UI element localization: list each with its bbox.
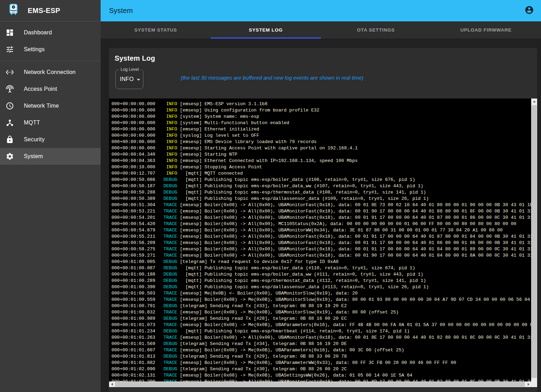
log-line: 000+00:01:01.882 TRACE [emsesp] Boiler(0…	[111, 360, 537, 366]
log-line: 000+00:01:00.289 DEBUG [mqtt] Publishing…	[111, 278, 537, 284]
log-line: 000+00:00:50.187 DEBUG [mqtt] Publishing…	[111, 183, 537, 189]
scrollbar-corner	[531, 381, 537, 387]
scroll-right-button[interactable]	[526, 381, 531, 387]
log-line: 000+00:01:01.263 TRACE [emsesp] Boiler(0…	[111, 334, 537, 341]
log-line: 000+00:00:00.000 INFO [emsesp] Using con…	[111, 107, 537, 114]
log-line: 000+00:00:00.000 INFO [emsesp] EMS Devic…	[111, 139, 537, 145]
log-line: 000+00:00:00.000 INFO [system] Multi-fun…	[111, 120, 537, 126]
sidebar: EMS-ESP DashboardSettingsNetwork Connect…	[0, 0, 101, 392]
tab-label: UPLOAD FIRMWARE	[460, 27, 512, 33]
sidebar-item-mqtt[interactable]: MQTT	[0, 114, 101, 131]
tab-label: SYSTEM STATUS	[134, 27, 177, 33]
dashboard-icon	[6, 28, 14, 37]
tab-bar: SYSTEM STATUSSYSTEM LOGOTA SETTINGSUPLOA…	[101, 21, 541, 39]
page-title: System	[109, 7, 133, 15]
log-line: 000+00:00:00.000 INFO [syslog] Log level…	[111, 133, 537, 139]
sidebar-item-label: Security	[24, 136, 45, 143]
sidebar-group: DashboardSettings	[0, 21, 101, 61]
log-line: 000+00:00:50.389 DEBUG [mqtt] Publishing…	[111, 196, 537, 202]
horizontal-scrollbar[interactable]	[109, 381, 531, 387]
scroll-right-icon	[528, 383, 529, 386]
log-line: 000+00:00:56.209 TRACE [emsesp] Boiler(0…	[111, 240, 537, 246]
account-button[interactable]	[522, 4, 536, 18]
antenna-icon	[6, 85, 14, 93]
page: System SYSTEM STATUSSYSTEM LOGOTA SETTIN…	[0, 0, 541, 392]
log-line: 000+00:01:00.503 TRACE [emsesp] Me(0x0B)…	[111, 290, 537, 297]
sidebar-item-network-connection[interactable]: Network Connection	[0, 64, 101, 81]
log-line: 000+00:01:01.569 DEBUG [telegram] Sendin…	[111, 341, 537, 347]
log-line: 000+00:00:04.363 INFO [emsesp] Ethernet …	[111, 158, 537, 164]
log-line: 000+00:00:12.707 INFO [mqtt] MQTT connec…	[111, 170, 537, 177]
log-lines: 000+00:00:00.000 INFO [emsesp] EMS-ESP v…	[111, 101, 537, 385]
sidebar-item-label: MQTT	[24, 120, 40, 126]
sidebar-item-label: Network Connection	[24, 69, 76, 75]
card-title: System Log	[115, 54, 155, 62]
tab-upload-firmware[interactable]: UPLOAD FIRMWARE	[431, 21, 541, 39]
log-line: 000+00:01:01.234 DEBUG [mqtt] Publishing…	[111, 328, 537, 334]
sidebar-header: EMS-ESP	[0, 0, 101, 21]
scroll-up-button[interactable]	[531, 99, 537, 104]
log-line: 000+00:01:02.090 DEBUG [telegram] Sendin…	[111, 366, 537, 372]
log-line: 000+00:00:54.201 TRACE [emsesp] Boiler(0…	[111, 215, 537, 221]
gear-icon	[6, 152, 14, 161]
log-line: 000+00:00:00.000 INFO [system] System na…	[111, 114, 537, 120]
log-line: 000+00:00:10.000 INFO [emsesp] Stopping …	[111, 164, 537, 170]
tab-label: SYSTEM LOG	[249, 27, 283, 33]
log-level-value: INFO	[120, 76, 134, 82]
sidebar-item-label: Dashboard	[24, 29, 52, 36]
log-line: 000+00:01:01.073 TRACE [emsesp] Boiler(0…	[111, 322, 537, 328]
sidebar-item-system[interactable]: System	[0, 148, 101, 165]
sidebar-item-access-point[interactable]: Access Point	[0, 81, 101, 97]
sidebar-item-label: Settings	[24, 46, 45, 53]
sidebar-item-dashboard[interactable]: Dashboard	[0, 24, 101, 41]
sidebar-item-settings[interactable]: Settings	[0, 41, 101, 58]
active-tab-indicator	[211, 38, 321, 39]
vertical-scrollbar[interactable]	[531, 99, 537, 381]
log-line: 000+00:00:54.420 TRACE [emsesp] Boiler(0…	[111, 221, 537, 227]
log-line: 000+00:01:00.087 DEBUG [mqtt] Publishing…	[111, 265, 537, 271]
tab-system-log[interactable]: SYSTEM LOG	[211, 21, 321, 39]
clock-icon	[6, 102, 14, 110]
log-line: 000+00:00:00.000 INFO [emsesp] Starting …	[111, 145, 537, 151]
log-line: 000+00:01:00.989 DEBUG [telegram] Sendin…	[111, 316, 537, 322]
tune-icon	[6, 45, 14, 54]
log-level-select[interactable]: Log Level INFO	[115, 69, 143, 89]
log-level-label: Log Level	[119, 67, 141, 72]
sidebar-item-label: System	[24, 153, 43, 160]
log-line: 000+00:00:58.275 TRACE [emsesp] Boiler(0…	[111, 246, 537, 252]
log-console: 000+00:00:00.000 INFO [emsesp] EMS-ESP v…	[109, 99, 537, 387]
vertical-scrollbar-thumb[interactable]	[532, 105, 537, 378]
log-line: 000+00:01:00.188 DEBUG [mqtt] Publishing…	[111, 271, 537, 278]
buffer-hint-text: (the last 30 messages are buffered and n…	[172, 75, 372, 81]
log-line: 000+00:01:02.131 TRACE [emsesp] Boiler(0…	[111, 372, 537, 379]
ethernet-icon	[6, 68, 14, 76]
log-line: 000+00:01:01.607 TRACE [emsesp] Boiler(0…	[111, 347, 537, 353]
account-circle-icon	[525, 5, 534, 16]
log-line: 000+00:00:00.000 INFO [emsesp] Ethernet …	[111, 126, 537, 133]
log-line: 000+00:00:50.086 DEBUG [mqtt] Publishing…	[111, 177, 537, 183]
tab-ota-settings[interactable]: OTA SETTINGS	[321, 21, 431, 39]
tab-system-status[interactable]: SYSTEM STATUS	[101, 21, 211, 39]
horizontal-scrollbar-thumb[interactable]	[115, 382, 525, 387]
sidebar-item-label: Network Time	[24, 103, 59, 109]
sidebar-item-label: Access Point	[24, 86, 57, 92]
dropdown-caret-icon	[137, 79, 140, 81]
log-line: 000+00:00:51.304 TRACE [emsesp] Boiler(0…	[111, 202, 537, 208]
system-log-card: System Log Log Level INFO (the last 30 m…	[109, 48, 537, 392]
log-line: 000+00:00:00.000 INFO [emsesp] EMS-ESP v…	[111, 101, 537, 107]
log-line: 000+00:00:55.211 TRACE [emsesp] Boiler(0…	[111, 234, 537, 240]
log-line: 000+00:00:53.221 TRACE [emsesp] Boiler(0…	[111, 208, 537, 215]
sidebar-item-network-time[interactable]: Network Time	[0, 97, 101, 114]
sidebar-item-security[interactable]: Security	[0, 131, 101, 148]
lock-icon	[6, 135, 14, 144]
log-line: 000+00:00:59.271 TRACE [emsesp] Boiler(0…	[111, 252, 537, 259]
device-hub-icon	[6, 119, 14, 127]
log-line: 000+00:00:54.679 TRACE [emsesp] Boiler(0…	[111, 227, 537, 234]
log-line: 000+00:01:00.005 DEBUG [telegram] Tx rea…	[111, 259, 537, 265]
scroll-left-button[interactable]	[109, 381, 115, 387]
scroll-up-icon	[533, 101, 536, 102]
app-bar: System	[101, 0, 541, 21]
log-line: 000+00:01:00.390 DEBUG [mqtt] Publishing…	[111, 284, 537, 290]
scroll-left-icon	[111, 383, 113, 386]
app-title: EMS-ESP	[28, 7, 60, 15]
